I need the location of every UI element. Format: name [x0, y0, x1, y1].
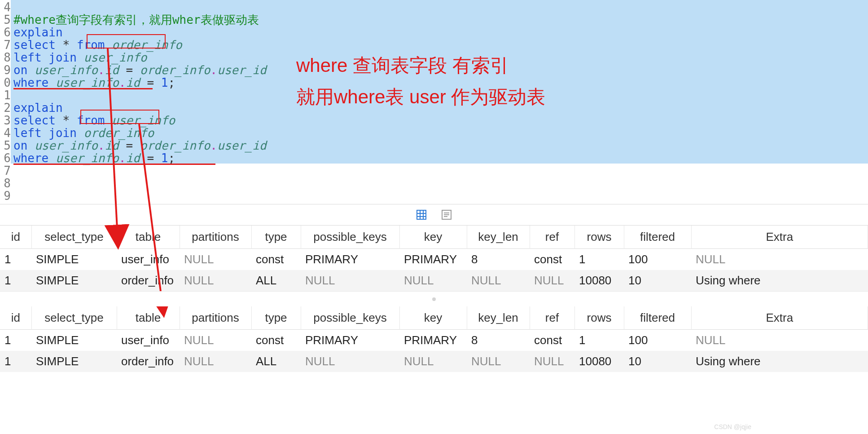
cell-filtered: 10: [624, 351, 691, 372]
cell-Extra: Using where: [691, 270, 868, 291]
cell-rows: 1: [574, 249, 624, 270]
explain-results: idselect_typetablepartitions typepossibl…: [0, 226, 868, 372]
cell-rows: 10080: [574, 351, 624, 372]
code-comment: #where查询字段有索引，就用wher表做驱动表: [13, 13, 259, 27]
cell-table: user_info: [117, 330, 180, 351]
cell-type: const: [251, 330, 301, 351]
cell-table: order_info: [117, 270, 180, 291]
watermark: CSDN @jqjie: [714, 423, 751, 430]
cell-key_len: NULL: [467, 351, 530, 372]
cell-Extra: NULL: [691, 249, 868, 270]
table-header-row: idselect_typetablepartitions typepossibl…: [0, 306, 868, 330]
cell-select_type: SIMPLE: [31, 270, 117, 291]
cell-key: PRIMARY: [399, 330, 467, 351]
line-gutter: 4567 8901 2345 6789: [0, 0, 11, 202]
cell-rows: 10080: [574, 270, 624, 291]
text-view-icon[interactable]: [441, 209, 452, 220]
cell-filtered: 100: [624, 330, 691, 351]
annotation-line-1: where 查询表字段 有索引: [296, 53, 509, 78]
cell-filtered: 100: [624, 249, 691, 270]
cell-key: NULL: [399, 270, 467, 291]
explain-table-1[interactable]: idselect_typetablepartitions typepossibl…: [0, 226, 868, 291]
table-row[interactable]: 1SIMPLEorder_infoNULLALLNULLNULLNULLNULL…: [0, 270, 868, 291]
cell-possible_keys: NULL: [301, 270, 399, 291]
cell-id: 1: [0, 351, 31, 372]
cell-key_len: 8: [467, 249, 530, 270]
cell-rows: 1: [574, 330, 624, 351]
cell-ref: NULL: [530, 351, 574, 372]
highlight-box-user-info: [80, 110, 159, 124]
sql-editor[interactable]: 4567 8901 2345 6789 #where查询字段有索引，就用wher…: [0, 0, 868, 201]
results-toolbar: [0, 204, 868, 226]
cell-key: PRIMARY: [399, 249, 467, 270]
table-row[interactable]: 1SIMPLEuser_infoNULLconstPRIMARYPRIMARY8…: [0, 249, 868, 270]
cell-filtered: 10: [624, 270, 691, 291]
cell-id: 1: [0, 330, 31, 351]
cell-possible_keys: NULL: [301, 351, 399, 372]
underline-where-2: [13, 164, 215, 165]
cell-ref: const: [530, 330, 574, 351]
explain-table-2[interactable]: idselect_typetablepartitions typepossibl…: [0, 306, 868, 372]
cell-partitions: NULL: [180, 330, 251, 351]
cell-possible_keys: PRIMARY: [301, 330, 399, 351]
cell-table: order_info: [117, 351, 180, 372]
code-plain-block[interactable]: [11, 164, 868, 201]
cell-table: user_info: [117, 249, 180, 270]
cell-Extra: NULL: [691, 330, 868, 351]
cell-partitions: NULL: [180, 249, 251, 270]
grid-view-icon[interactable]: [416, 209, 427, 220]
table-header-row: idselect_typetablepartitions typepossibl…: [0, 226, 868, 249]
cell-type: ALL: [251, 351, 301, 372]
table-divider: [0, 291, 868, 306]
cell-ref: NULL: [530, 270, 574, 291]
annotation-line-2: 就用where表 user 作为驱动表: [296, 84, 545, 110]
cell-id: 1: [0, 249, 31, 270]
table-row[interactable]: 1SIMPLEuser_infoNULLconstPRIMARYPRIMARY8…: [0, 330, 868, 351]
cell-type: ALL: [251, 270, 301, 291]
cell-select_type: SIMPLE: [31, 351, 117, 372]
code-highlighted-block[interactable]: #where查询字段有索引，就用wher表做驱动表 explain select…: [11, 0, 868, 164]
cell-Extra: Using where: [691, 351, 868, 372]
table-row[interactable]: 1SIMPLEorder_infoNULLALLNULLNULLNULLNULL…: [0, 351, 868, 372]
cell-partitions: NULL: [180, 270, 251, 291]
cell-key: NULL: [399, 351, 467, 372]
cell-select_type: SIMPLE: [31, 330, 117, 351]
cell-partitions: NULL: [180, 351, 251, 372]
underline-where-1: [13, 88, 153, 89]
cell-key_len: NULL: [467, 270, 530, 291]
cell-key_len: 8: [467, 330, 530, 351]
cell-ref: const: [530, 249, 574, 270]
svg-rect-2: [417, 210, 426, 219]
highlight-box-order-info: [87, 34, 166, 49]
cell-possible_keys: PRIMARY: [301, 249, 399, 270]
cell-type: const: [251, 249, 301, 270]
cell-id: 1: [0, 270, 31, 291]
cell-select_type: SIMPLE: [31, 249, 117, 270]
